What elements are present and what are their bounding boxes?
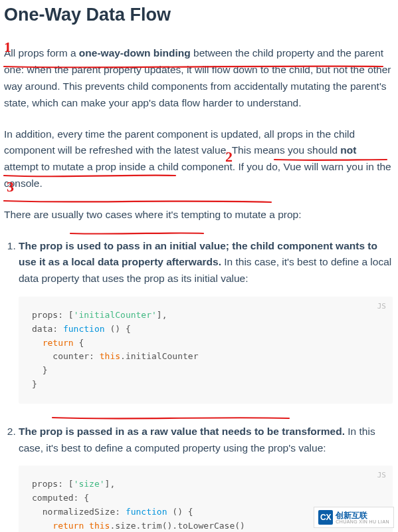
bold-text: not [340,144,356,156]
code-lang-badge: JS [377,469,386,481]
code-lang-badge: JS [377,301,386,313]
text: In addition, every time the parent compo… [4,128,355,156]
paragraph-1: All props form a one-way-down binding be… [4,45,393,111]
watermark-brand: 创新互联 [336,511,389,519]
bold-text: The prop is passed in as a raw value tha… [19,426,345,437]
bold-text: one-way-down binding [79,47,191,59]
list-item: The prop is used to pass in an initial v… [19,238,393,404]
code-block-1: JSprops: ['initialCounter'], data: funct… [19,297,393,404]
watermark-sub: CHUANG XIN HU LIAN [336,519,389,524]
text: attempt to mutate a prop inside a child … [4,161,391,189]
text: All props form a [4,47,79,59]
watermark: CX 创新互联 CHUANG XIN HU LIAN [314,507,394,528]
paragraph-3: There are usually two cases where it's t… [4,207,393,223]
case-list: The prop is used to pass in an initial v… [4,238,393,532]
paragraph-2: In addition, every time the parent compo… [4,126,393,192]
page-title: One-Way Data Flow [4,4,393,25]
watermark-logo: CX [318,510,333,525]
